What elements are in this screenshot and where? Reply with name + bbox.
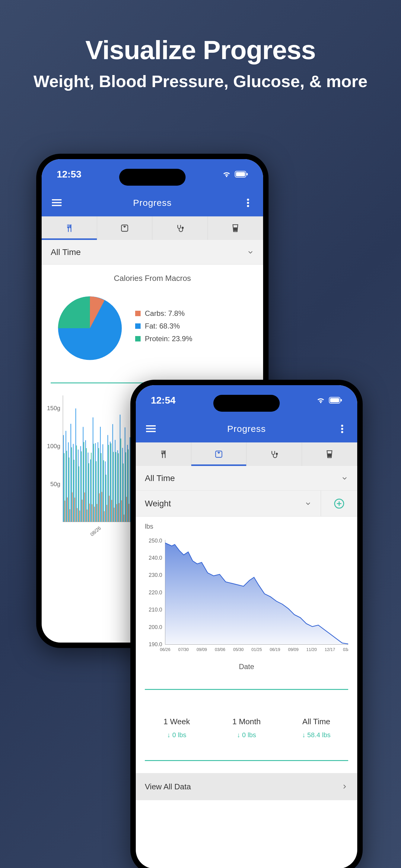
svg-rect-65 (106, 475, 106, 522)
tab-water[interactable] (208, 216, 263, 240)
status-time: 12:53 (57, 169, 82, 180)
more-vertical-icon (247, 198, 249, 207)
tab-health[interactable] (152, 216, 208, 240)
svg-rect-59 (101, 453, 102, 522)
metric-label: Weight (145, 499, 171, 508)
svg-rect-58 (100, 427, 101, 522)
svg-rect-264 (328, 454, 331, 457)
svg-rect-256 (146, 425, 156, 427)
section-divider (145, 689, 348, 690)
tab-water[interactable] (302, 442, 357, 466)
svg-rect-24 (72, 493, 73, 522)
tab-weight[interactable] (97, 216, 153, 240)
fork-knife-icon (159, 450, 168, 459)
menu-button[interactable] (51, 197, 63, 209)
metric-selector[interactable]: Weight (136, 491, 321, 516)
svg-rect-22 (70, 424, 71, 522)
app-bar: Progress (41, 189, 263, 216)
svg-rect-14 (64, 453, 64, 522)
chevron-down-icon (247, 249, 254, 256)
view-all-data-button[interactable]: View All Data (136, 773, 357, 800)
more-button[interactable] (336, 423, 348, 435)
scale-icon (214, 450, 223, 458)
svg-rect-55 (97, 442, 98, 522)
status-icons (222, 170, 248, 178)
svg-point-7 (247, 202, 249, 204)
svg-text:01/25: 01/25 (251, 647, 262, 652)
svg-rect-57 (99, 493, 99, 522)
svg-text:09/09: 09/09 (288, 647, 299, 652)
summary-month: 1 Month ↓ 0 lbs (211, 717, 281, 739)
svg-text:03/06: 03/06 (215, 647, 225, 652)
svg-rect-254 (330, 398, 339, 402)
more-vertical-icon (341, 425, 343, 433)
tab-weight[interactable] (191, 442, 247, 466)
tab-health[interactable] (247, 442, 302, 466)
svg-rect-32 (79, 466, 79, 522)
svg-rect-20 (69, 458, 69, 522)
phone-notch (119, 169, 185, 186)
svg-rect-41 (86, 448, 87, 522)
svg-rect-46 (90, 459, 91, 522)
svg-rect-2 (247, 173, 248, 176)
svg-rect-53 (96, 461, 96, 522)
svg-rect-84 (121, 500, 122, 522)
chevron-down-icon (305, 500, 312, 507)
svg-rect-257 (146, 428, 156, 429)
timeframe-selector[interactable]: All Time (41, 240, 263, 265)
timeframe-selector[interactable]: All Time (136, 466, 357, 491)
svg-text:200.0: 200.0 (149, 624, 162, 630)
svg-rect-255 (341, 399, 342, 401)
svg-rect-51 (94, 507, 95, 522)
wifi-icon (222, 170, 231, 178)
tab-nutrition[interactable] (41, 216, 97, 240)
svg-rect-19 (68, 442, 68, 522)
svg-text:03/24: 03/24 (343, 647, 348, 652)
scale-icon (120, 224, 129, 232)
svg-rect-85 (122, 448, 123, 522)
svg-rect-63 (104, 511, 105, 522)
svg-rect-43 (88, 453, 88, 522)
svg-rect-39 (84, 493, 85, 522)
svg-rect-90 (126, 497, 127, 522)
chevron-right-icon (341, 783, 348, 790)
svg-rect-49 (93, 417, 93, 522)
hamburger-icon (146, 425, 156, 433)
svg-rect-29 (76, 445, 77, 522)
svg-rect-60 (102, 492, 102, 522)
x-axis-label: Date (145, 662, 348, 671)
tab-nutrition[interactable] (136, 442, 191, 466)
svg-rect-33 (79, 510, 80, 522)
svg-rect-38 (84, 442, 84, 522)
chevron-down-icon (341, 475, 348, 482)
menu-button[interactable] (145, 423, 157, 435)
more-button[interactable] (242, 197, 254, 209)
legend-swatch-fat (135, 323, 141, 329)
svg-rect-37 (83, 427, 83, 522)
y-axis-unit: lbs (145, 523, 348, 530)
svg-text:06/19: 06/19 (270, 647, 280, 652)
svg-point-259 (341, 425, 343, 427)
svg-rect-79 (117, 450, 118, 522)
svg-rect-72 (111, 500, 112, 522)
status-icons (316, 397, 342, 404)
svg-rect-67 (107, 435, 108, 522)
svg-rect-1 (236, 172, 245, 176)
svg-rect-25 (73, 444, 74, 522)
add-entry-button[interactable] (321, 491, 357, 516)
svg-rect-87 (124, 515, 124, 522)
svg-text:240.0: 240.0 (149, 555, 162, 561)
svg-rect-45 (89, 504, 90, 522)
svg-text:220.0: 220.0 (149, 590, 162, 595)
svg-rect-92 (128, 450, 128, 522)
legend-carbs: Carbs: 7.8% (135, 309, 248, 318)
summary-week: 1 Week ↓ 0 lbs (142, 717, 211, 739)
stethoscope-icon (176, 224, 184, 232)
phone-frame-2: 12:54 Progress (130, 380, 363, 868)
svg-rect-78 (116, 504, 117, 522)
legend-swatch-carbs (135, 311, 141, 316)
svg-text:230.0: 230.0 (149, 572, 162, 578)
phone-notch (213, 395, 280, 412)
svg-rect-40 (85, 440, 86, 522)
status-time: 12:54 (151, 395, 176, 406)
